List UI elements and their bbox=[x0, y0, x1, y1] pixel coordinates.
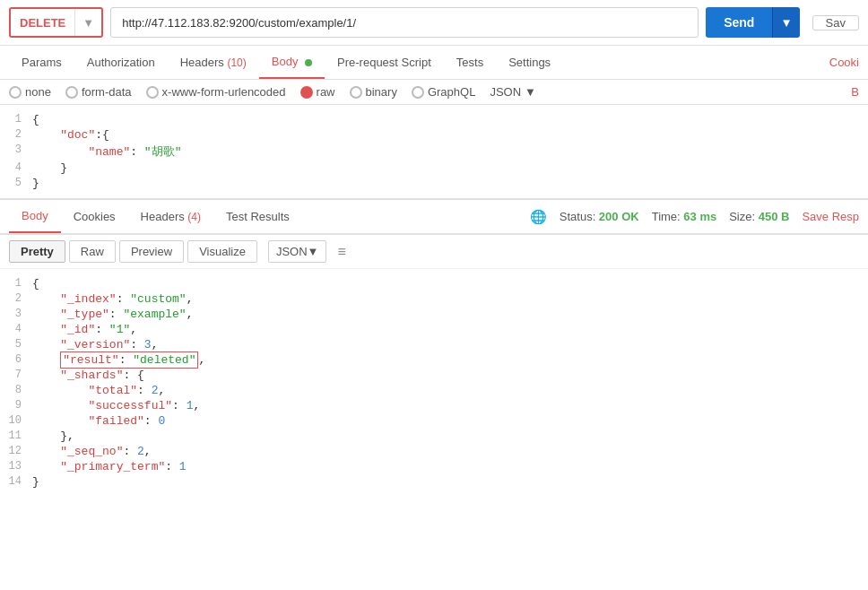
body-options: none form-data x-www-form-urlencoded raw… bbox=[0, 80, 868, 105]
top-bar: DELETE ▼ Send ▼ Sav bbox=[0, 0, 868, 46]
time-label: Time: 63 ms bbox=[652, 210, 717, 223]
resp-line-13: 13 "_primary_term": 1 bbox=[0, 459, 868, 474]
send-dropdown-button[interactable]: ▼ bbox=[772, 7, 799, 38]
tab-params[interactable]: Params bbox=[9, 47, 74, 78]
tab-body[interactable]: Body bbox=[259, 46, 325, 79]
option-binary[interactable]: binary bbox=[350, 85, 397, 99]
view-preview-button[interactable]: Preview bbox=[119, 240, 184, 263]
resp-line-11: 11 }, bbox=[0, 429, 868, 444]
resp-line-7: 7 "_shards": { bbox=[0, 368, 868, 383]
save-button[interactable]: Sav bbox=[812, 15, 859, 30]
view-pretty-button[interactable]: Pretty bbox=[9, 240, 65, 263]
size-label: Size: 450 B bbox=[729, 210, 789, 223]
response-tab-headers[interactable]: Headers (4) bbox=[128, 201, 213, 232]
wrap-icon[interactable]: ≡ bbox=[337, 244, 345, 260]
option-none-label: none bbox=[25, 85, 51, 99]
resp-line-8: 8 "total": 2, bbox=[0, 383, 868, 398]
resp-line-9: 9 "successful": 1, bbox=[0, 398, 868, 413]
tab-headers[interactable]: Headers (10) bbox=[168, 47, 259, 78]
option-none[interactable]: none bbox=[9, 85, 51, 99]
response-json-label: JSON bbox=[276, 245, 308, 258]
code-line-2: 2 "doc":{ bbox=[0, 127, 868, 143]
response-view-options: Pretty Raw Preview Visualize JSON ▼ ≡ bbox=[0, 235, 868, 269]
response-tab-nav: Body Cookies Headers (4) Test Results 🌐 … bbox=[0, 200, 868, 235]
radio-none[interactable] bbox=[9, 86, 22, 99]
code-line-4: 4 } bbox=[0, 161, 868, 176]
size-value: 450 B bbox=[759, 210, 790, 223]
option-raw-label: raw bbox=[317, 85, 335, 99]
resp-line-6: 6 "result": "deleted", bbox=[0, 352, 868, 368]
view-visualize-button[interactable]: Visualize bbox=[187, 240, 257, 263]
bulk-edit-link[interactable]: B bbox=[851, 85, 859, 99]
method-arrow-icon[interactable]: ▼ bbox=[74, 9, 101, 36]
method-label: DELETE bbox=[11, 16, 74, 30]
radio-form-data[interactable] bbox=[65, 86, 78, 99]
resp-line-5: 5 "_version": 3, bbox=[0, 337, 868, 352]
globe-icon: 🌐 bbox=[530, 209, 547, 225]
response-code: 1 { 2 "_index": "custom", 3 "_type": "ex… bbox=[0, 269, 868, 511]
radio-urlencoded[interactable] bbox=[146, 86, 159, 99]
url-input[interactable] bbox=[110, 7, 699, 38]
request-body-editor[interactable]: 1 { 2 "doc":{ 3 "name": "胡歌" 4 } 5 } bbox=[0, 105, 868, 200]
view-raw-button[interactable]: Raw bbox=[69, 240, 116, 263]
resp-line-3: 3 "_type": "example", bbox=[0, 307, 868, 322]
resp-line-10: 10 "failed": 0 bbox=[0, 413, 868, 429]
json-format-select[interactable]: JSON ▼ bbox=[490, 85, 536, 99]
code-line-3: 3 "name": "胡歌" bbox=[0, 143, 868, 161]
radio-binary[interactable] bbox=[350, 86, 362, 99]
resp-line-1: 1 { bbox=[0, 276, 868, 291]
code-line-5: 5 } bbox=[0, 176, 868, 191]
option-graphql[interactable]: GraphQL bbox=[412, 85, 475, 99]
response-meta: 🌐 Status: 200 OK Time: 63 ms Size: 450 B… bbox=[530, 209, 859, 225]
headers-badge: (10) bbox=[227, 56, 246, 69]
save-response-link[interactable]: Save Resp bbox=[802, 210, 859, 223]
json-format-arrow: ▼ bbox=[525, 85, 536, 99]
option-urlencoded-label: x-www-form-urlencoded bbox=[162, 85, 286, 99]
radio-raw[interactable] bbox=[300, 86, 313, 99]
highlight-result: "result": "deleted" bbox=[60, 351, 198, 369]
resp-line-4: 4 "_id": "1", bbox=[0, 322, 868, 337]
method-select[interactable]: DELETE ▼ bbox=[9, 7, 103, 38]
tab-pre-request-script[interactable]: Pre-request Script bbox=[325, 47, 444, 78]
cookies-link[interactable]: Cooki bbox=[829, 56, 859, 69]
option-graphql-label: GraphQL bbox=[428, 85, 475, 99]
body-dot bbox=[305, 59, 312, 66]
response-section: Body Cookies Headers (4) Test Results 🌐 … bbox=[0, 200, 868, 511]
option-form-data-label: form-data bbox=[82, 85, 132, 99]
tab-authorization[interactable]: Authorization bbox=[74, 47, 168, 78]
response-tab-body[interactable]: Body bbox=[9, 200, 61, 233]
tab-tests[interactable]: Tests bbox=[444, 47, 496, 78]
response-json-format[interactable]: JSON ▼ bbox=[268, 240, 327, 263]
option-binary-label: binary bbox=[366, 85, 397, 99]
send-button[interactable]: Send bbox=[706, 7, 772, 38]
option-raw[interactable]: raw bbox=[300, 85, 335, 99]
response-json-arrow: ▼ bbox=[308, 245, 319, 258]
time-value: 63 ms bbox=[683, 210, 716, 223]
status-value: 200 OK bbox=[599, 210, 639, 223]
resp-line-14: 14 } bbox=[0, 474, 868, 490]
resp-line-12: 12 "_seq_no": 2, bbox=[0, 444, 868, 459]
response-headers-badge: (4) bbox=[187, 211, 201, 223]
code-line-1: 1 { bbox=[0, 112, 868, 127]
send-btn-group: Send ▼ bbox=[706, 7, 799, 38]
request-tab-nav: Params Authorization Headers (10) Body P… bbox=[0, 46, 868, 80]
tab-settings[interactable]: Settings bbox=[496, 47, 563, 78]
option-form-data[interactable]: form-data bbox=[65, 85, 132, 99]
option-urlencoded[interactable]: x-www-form-urlencoded bbox=[146, 85, 286, 99]
response-tab-test-results[interactable]: Test Results bbox=[213, 201, 302, 232]
json-format-label: JSON bbox=[490, 85, 521, 99]
radio-graphql[interactable] bbox=[412, 86, 424, 99]
response-tab-cookies[interactable]: Cookies bbox=[61, 201, 128, 232]
resp-line-2: 2 "_index": "custom", bbox=[0, 291, 868, 307]
status-label: Status: 200 OK bbox=[560, 210, 639, 223]
